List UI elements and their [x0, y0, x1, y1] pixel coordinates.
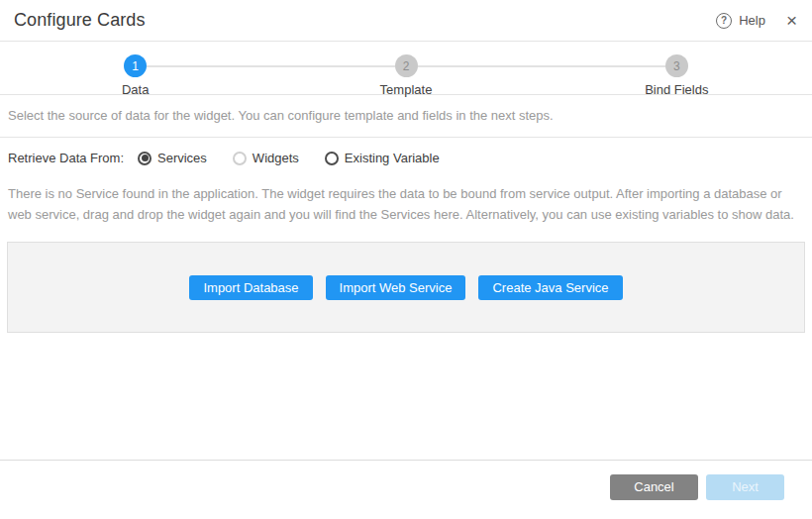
radio-option-services[interactable]: Services	[138, 151, 207, 165]
next-button[interactable]: Next	[706, 474, 784, 500]
step-connector-right	[418, 65, 542, 67]
radio-label: Existing Variable	[345, 151, 440, 165]
content-spacer	[0, 333, 812, 460]
help-icon: ?	[716, 13, 732, 29]
radio-unselected-icon	[325, 152, 339, 165]
radio-option-existing-variable[interactable]: Existing Variable	[325, 151, 440, 165]
step-row: 2	[270, 54, 541, 77]
step-circle: 3	[665, 54, 688, 77]
help-label: Help	[739, 13, 765, 28]
page-title: Configure Cards	[14, 10, 146, 31]
import-database-button[interactable]: Import Database	[189, 275, 312, 300]
retrieve-data-label: Retrieve Data From:	[8, 151, 138, 165]
step-connector-right	[147, 65, 270, 67]
create-java-service-button[interactable]: Create Java Service	[478, 275, 622, 300]
radio-disabled-icon	[233, 152, 247, 165]
step-connector-left	[270, 65, 394, 67]
step-row: 1	[0, 54, 270, 77]
help-button[interactable]: ? Help	[716, 13, 765, 29]
dialog-footer: Cancel Next	[0, 460, 812, 519]
no-service-info-text: There is no Service found in the applica…	[8, 183, 802, 225]
configure-cards-dialog: Configure Cards ? Help × 1 Data 2 Tem	[0, 0, 812, 519]
radio-label: Widgets	[253, 151, 299, 165]
radio-selected-icon	[138, 152, 152, 165]
step-row: 3	[542, 54, 812, 77]
header-actions: ? Help ×	[716, 11, 797, 30]
step-description-text: Select the source of data for the widget…	[0, 95, 812, 138]
close-icon[interactable]: ×	[786, 11, 797, 30]
step-template[interactable]: 2 Template	[270, 54, 541, 94]
retrieve-data-row: Retrieve Data From: Services Widgets Exi…	[0, 138, 812, 165]
step-data[interactable]: 1 Data	[0, 54, 270, 94]
radio-label: Services	[157, 151, 207, 165]
step-circle: 1	[124, 54, 147, 77]
step-circle: 2	[395, 54, 418, 77]
step-bind-fields[interactable]: 3 Bind Fields	[542, 54, 812, 94]
cancel-button[interactable]: Cancel	[610, 474, 698, 500]
service-actions-panel: Import Database Import Web Service Creat…	[7, 242, 805, 333]
import-web-service-button[interactable]: Import Web Service	[326, 275, 466, 300]
data-source-radio-group: Services Widgets Existing Variable	[138, 151, 465, 165]
dialog-header: Configure Cards ? Help ×	[0, 0, 812, 42]
wizard-stepper: 1 Data 2 Template 3 Bind Fields	[0, 42, 812, 95]
step-connector-left	[542, 65, 665, 67]
radio-option-widgets[interactable]: Widgets	[233, 151, 299, 165]
